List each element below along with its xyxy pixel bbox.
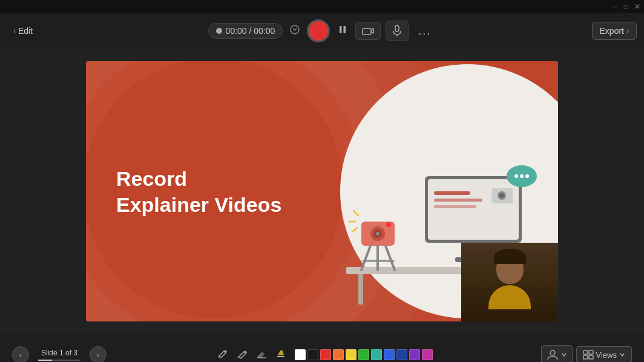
svg-line-31 bbox=[386, 246, 395, 270]
camera-icon bbox=[362, 26, 374, 36]
pencil-icon bbox=[217, 348, 228, 359]
main-toolbar: ‹ Edit 00:00 / 00:00 bbox=[0, 13, 644, 48]
slide-title-line2: Explainer Videos bbox=[116, 191, 281, 217]
highlight-tool-button[interactable] bbox=[273, 346, 289, 362]
svg-rect-43 bbox=[589, 355, 593, 359]
right-tools-group: Views bbox=[541, 345, 632, 362]
slide-container: Record Explainer Videos bbox=[86, 61, 558, 321]
microphone-button[interactable] bbox=[386, 21, 409, 41]
drawing-tools-group bbox=[215, 346, 289, 362]
timer-display: 00:00 / 00:00 bbox=[208, 23, 283, 39]
svg-point-39 bbox=[550, 350, 555, 355]
svg-line-33 bbox=[353, 211, 358, 216]
views-label: Views bbox=[596, 350, 617, 360]
record-inner-dot bbox=[314, 26, 323, 36]
color-swatches-group bbox=[295, 349, 433, 360]
svg-rect-13 bbox=[434, 191, 470, 195]
webcam-overlay bbox=[461, 243, 558, 321]
prev-slide-icon: ‹ bbox=[19, 350, 22, 360]
eraser-tool-button[interactable] bbox=[254, 346, 269, 362]
svg-line-35 bbox=[352, 228, 357, 232]
color-swatch-blue[interactable] bbox=[384, 349, 395, 360]
export-chevron-icon: › bbox=[626, 27, 629, 35]
webcam-toggle-button[interactable] bbox=[541, 345, 573, 362]
svg-rect-2 bbox=[344, 26, 346, 33]
timer-dropdown-button[interactable] bbox=[288, 22, 302, 40]
svg-line-29 bbox=[361, 246, 370, 270]
svg-point-21 bbox=[520, 174, 524, 178]
svg-rect-4 bbox=[395, 25, 399, 31]
color-swatch-purple[interactable] bbox=[409, 349, 420, 360]
close-button[interactable]: ✕ bbox=[634, 2, 640, 11]
svg-rect-15 bbox=[434, 205, 476, 208]
svg-point-18 bbox=[499, 193, 504, 198]
dots-label: ... bbox=[418, 25, 431, 37]
color-swatch-teal[interactable] bbox=[371, 349, 382, 360]
pause-icon bbox=[337, 24, 348, 35]
svg-rect-42 bbox=[583, 355, 588, 359]
microphone-icon bbox=[392, 25, 402, 37]
toolbar-left-section: ‹ Edit bbox=[7, 23, 39, 39]
slide-progress-fill bbox=[38, 360, 52, 361]
slide-text-content: Record Explainer Videos bbox=[116, 166, 281, 217]
export-button[interactable]: Export › bbox=[592, 22, 637, 40]
views-dropdown-icon bbox=[619, 352, 625, 358]
camera-button[interactable] bbox=[355, 22, 381, 40]
svg-rect-40 bbox=[583, 350, 588, 354]
back-edit-button[interactable]: ‹ Edit bbox=[7, 23, 39, 39]
color-swatch-white[interactable] bbox=[295, 349, 306, 360]
toolbar-right-section: Export › bbox=[592, 22, 637, 40]
bottom-toolbar: ‹ Slide 1 of 3 › bbox=[0, 334, 644, 362]
pause-button[interactable] bbox=[335, 22, 350, 41]
slide-indicator: Slide 1 of 3 bbox=[35, 349, 84, 361]
svg-rect-14 bbox=[434, 199, 482, 202]
slide-background: Record Explainer Videos bbox=[86, 61, 558, 321]
svg-point-27 bbox=[376, 232, 380, 235]
color-swatch-pink[interactable] bbox=[422, 349, 433, 360]
color-swatch-dark-blue[interactable] bbox=[396, 349, 407, 360]
color-swatch-yellow[interactable] bbox=[346, 349, 356, 360]
toolbar-center-section: 00:00 / 00:00 bbox=[208, 19, 436, 42]
maximize-button[interactable]: □ bbox=[624, 2, 628, 11]
person-silhouette bbox=[488, 254, 531, 309]
svg-rect-7 bbox=[358, 274, 363, 304]
slide-progress-bar bbox=[38, 360, 80, 361]
edit-label: Edit bbox=[18, 26, 33, 36]
timer-text: 00:00 / 00:00 bbox=[226, 26, 275, 36]
color-swatch-green[interactable] bbox=[358, 349, 369, 360]
minimize-button[interactable]: ─ bbox=[613, 2, 618, 11]
color-swatch-black[interactable] bbox=[307, 349, 318, 360]
webcam-person-icon bbox=[547, 349, 559, 361]
dropdown-icon bbox=[290, 25, 300, 35]
views-button[interactable]: Views bbox=[576, 346, 632, 362]
highlight-icon bbox=[275, 348, 286, 359]
slide-title-line1: Record bbox=[116, 166, 281, 192]
views-icon bbox=[583, 350, 594, 360]
webcam-video bbox=[461, 243, 558, 321]
prev-slide-button[interactable]: ‹ bbox=[12, 346, 29, 362]
webcam-dropdown-icon bbox=[561, 352, 567, 358]
color-swatch-orange[interactable] bbox=[333, 349, 344, 360]
export-label: Export bbox=[600, 26, 624, 36]
main-content-area: Record Explainer Videos bbox=[0, 48, 644, 334]
more-options-button[interactable]: ... bbox=[413, 22, 436, 40]
pencil-tool-button[interactable] bbox=[215, 346, 231, 362]
back-icon: ‹ bbox=[13, 27, 16, 35]
eraser-icon bbox=[256, 348, 267, 359]
timer-dot bbox=[216, 28, 222, 34]
record-button[interactable] bbox=[307, 19, 330, 42]
pen-icon bbox=[237, 348, 248, 359]
svg-line-36 bbox=[238, 357, 239, 358]
svg-rect-3 bbox=[363, 28, 371, 35]
svg-point-28 bbox=[386, 222, 391, 227]
svg-point-22 bbox=[525, 174, 529, 178]
next-slide-button[interactable]: › bbox=[90, 346, 107, 362]
svg-point-20 bbox=[514, 174, 518, 178]
pen-tool-button[interactable] bbox=[234, 346, 250, 362]
svg-rect-41 bbox=[589, 350, 593, 354]
color-swatch-red[interactable] bbox=[320, 349, 331, 360]
svg-rect-1 bbox=[340, 26, 342, 33]
next-slide-icon: › bbox=[97, 350, 99, 360]
slide-label-text: Slide 1 of 3 bbox=[41, 349, 77, 357]
window-titlebar: ─ □ ✕ bbox=[0, 0, 644, 13]
